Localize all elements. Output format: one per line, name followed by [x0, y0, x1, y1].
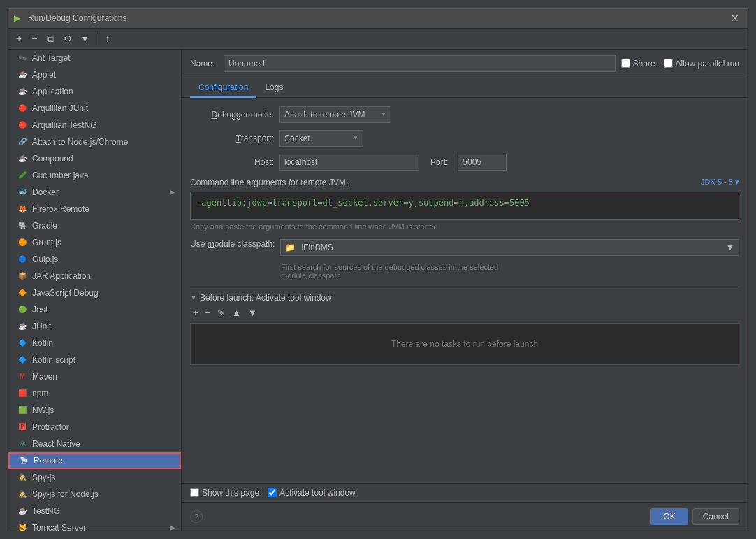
copy-button[interactable]: ⧉	[43, 31, 57, 46]
spy-js-icon: 🕵	[17, 472, 28, 483]
grunt-icon: 🟠	[17, 237, 28, 248]
sidebar-item-ant-target[interactable]: 🐜 Ant Target	[8, 50, 181, 66]
sidebar-item-remote[interactable]: 📡 Remote	[8, 452, 181, 469]
module-icon: 📁	[285, 243, 296, 252]
cancel-button[interactable]: Cancel	[692, 508, 739, 525]
help-button[interactable]: ?	[190, 510, 203, 523]
module-classpath-dropdown[interactable]: 📁 iFinBMS ▼	[280, 239, 739, 256]
before-launch-up[interactable]: ▲	[229, 307, 244, 319]
sidebar-item-label: Spy-js	[32, 473, 55, 482]
main-content: 🐜 Ant Target ☕ Applet ☕ Application 🔴 Ar…	[8, 50, 748, 531]
sidebar-item-gulp[interactable]: 🔵 Gulp.js	[8, 251, 181, 268]
sidebar-item-label: Docker	[32, 187, 59, 197]
sidebar-item-application[interactable]: ☕ Application	[8, 83, 181, 100]
sidebar-item-gradle[interactable]: 🐘 Gradle	[8, 217, 181, 234]
testng-icon: ☕	[17, 505, 28, 517]
show-page-label[interactable]: Show this page	[190, 488, 259, 498]
parallel-checkbox-label[interactable]: Allow parallel run	[664, 59, 739, 69]
before-launch-section: ▼ Before launch: Activate tool window + …	[190, 287, 739, 365]
sidebar-item-label: Arquillian TestNG	[32, 120, 96, 130]
sidebar-item-kotlin[interactable]: 🔷 Kotlin	[8, 335, 181, 352]
remove-button[interactable]: −	[28, 31, 41, 45]
sidebar-item-attach-nodejs[interactable]: 🔗 Attach to Node.js/Chrome	[8, 134, 181, 150]
sidebar-item-compound[interactable]: ☕ Compound	[8, 150, 181, 167]
toolbar-separator	[96, 32, 96, 45]
module-classpath-label: Use module classpath:	[190, 239, 275, 249]
sidebar-item-protractor[interactable]: 🅿 Protractor	[8, 419, 181, 436]
sidebar-item-label: Spy-js for Node.js	[32, 489, 99, 499]
sidebar-item-arquillian-testng[interactable]: 🔴 Arquillian TestNG	[8, 117, 181, 134]
parallel-checkbox[interactable]	[664, 59, 673, 68]
sidebar-item-label: Compound	[32, 154, 73, 164]
sidebar-item-docker[interactable]: 🐳 Docker ▶	[8, 184, 181, 201]
settings-button[interactable]: ⚙	[60, 31, 76, 45]
host-input[interactable]	[279, 154, 419, 171]
sidebar-item-nwjs[interactable]: 🟩 NW.js	[8, 402, 181, 419]
sidebar-item-arquillian-junit[interactable]: 🔴 Arquillian JUnit	[8, 100, 181, 117]
close-button[interactable]: ✕	[728, 13, 742, 24]
run-debug-dialog: ▶ Run/Debug Configurations ✕ + − ⧉ ⚙ ▾ ↕…	[8, 8, 748, 531]
sidebar-item-npm[interactable]: 🟥 npm	[8, 385, 181, 402]
before-launch-edit[interactable]: ✎	[215, 307, 228, 319]
sidebar-item-maven[interactable]: M Maven	[8, 368, 181, 385]
ant-target-icon: 🐜	[17, 52, 28, 64]
sidebar-item-react-native[interactable]: ⚛ React Native	[8, 436, 181, 452]
sidebar-item-tomcat[interactable]: 🐱 Tomcat Server ▶	[8, 519, 181, 531]
sidebar-item-kotlin-script[interactable]: 🔷 Kotlin script	[8, 352, 181, 368]
jdk-badge[interactable]: JDK 5 - 8 ▾	[701, 178, 739, 187]
name-label: Name:	[190, 59, 218, 69]
before-launch-collapse[interactable]: ▼	[190, 294, 197, 301]
tabs: Configuration Logs	[182, 78, 748, 98]
sidebar-item-spy-js-node[interactable]: 🕵 Spy-js for Node.js	[8, 486, 181, 503]
sidebar-item-label: Kotlin script	[32, 355, 75, 365]
kotlin-icon: 🔷	[17, 338, 28, 349]
tab-configuration[interactable]: Configuration	[190, 78, 256, 98]
sidebar-item-spy-js[interactable]: 🕵 Spy-js	[8, 469, 181, 486]
sidebar-item-cucumber[interactable]: 🥒 Cucumber java	[8, 167, 181, 184]
transport-dropdown[interactable]: Socket ▼	[279, 130, 363, 147]
debugger-mode-dropdown[interactable]: Attach to remote JVM ▼	[279, 106, 391, 123]
sidebar-item-label: Applet	[32, 70, 56, 80]
sidebar-item-label: Protractor	[32, 422, 69, 432]
port-input[interactable]	[458, 154, 507, 171]
before-launch-remove[interactable]: −	[203, 307, 214, 319]
dialog-icon: ▶	[14, 13, 24, 23]
sidebar-item-jsdebug[interactable]: 🔶 JavaScript Debug	[8, 285, 181, 301]
applet-icon: ☕	[17, 69, 28, 80]
jar-icon: 📦	[17, 271, 28, 282]
cmdline-label: Command line arguments for remote JVM:	[190, 178, 348, 187]
sidebar-item-label: Tomcat Server	[32, 523, 86, 531]
sidebar-item-grunt[interactable]: 🟠 Grunt.js	[8, 234, 181, 251]
before-launch-down[interactable]: ▼	[245, 307, 260, 319]
module-classpath-row: Use module classpath: 📁 iFinBMS ▼	[190, 239, 739, 256]
transport-label: Transport:	[190, 134, 274, 143]
cmdline-header: Command line arguments for remote JVM: J…	[190, 178, 739, 187]
cucumber-icon: 🥒	[17, 170, 28, 181]
share-checkbox-label[interactable]: Share	[621, 59, 655, 69]
name-input[interactable]	[224, 55, 616, 72]
add-button[interactable]: +	[13, 31, 25, 45]
right-panel: Name: Share Allow parallel run Configu	[182, 50, 748, 531]
share-checkbox[interactable]	[621, 59, 630, 68]
host-label: Host:	[190, 157, 274, 167]
sidebar-item-junit[interactable]: ☕ JUnit	[8, 318, 181, 335]
move-button[interactable]: ↕	[101, 31, 113, 45]
sidebar-item-applet[interactable]: ☕ Applet	[8, 66, 181, 83]
parallel-label: Allow parallel run	[676, 59, 739, 69]
sidebar-item-firefox[interactable]: 🦊 Firefox Remote	[8, 201, 181, 217]
application-icon: ☕	[17, 86, 28, 97]
before-launch-add[interactable]: +	[190, 307, 201, 319]
activate-tool-label[interactable]: Activate tool window	[268, 488, 356, 498]
sidebar-item-jar[interactable]: 📦 JAR Application	[8, 268, 181, 285]
tab-logs[interactable]: Logs	[256, 78, 291, 98]
nwjs-icon: 🟩	[17, 405, 28, 416]
sidebar-item-testng[interactable]: ☕ TestNG	[8, 503, 181, 519]
host-port-row: Host: Port:	[190, 154, 739, 171]
sidebar-item-label: JUnit	[32, 322, 51, 331]
ok-button[interactable]: OK	[650, 508, 688, 525]
dropdown-button[interactable]: ▾	[79, 31, 91, 45]
show-page-checkbox[interactable]	[190, 488, 199, 497]
sidebar-item-jest[interactable]: 🟢 Jest	[8, 301, 181, 318]
activate-tool-checkbox[interactable]	[268, 488, 277, 497]
spy-js-node-icon: 🕵	[17, 489, 28, 500]
